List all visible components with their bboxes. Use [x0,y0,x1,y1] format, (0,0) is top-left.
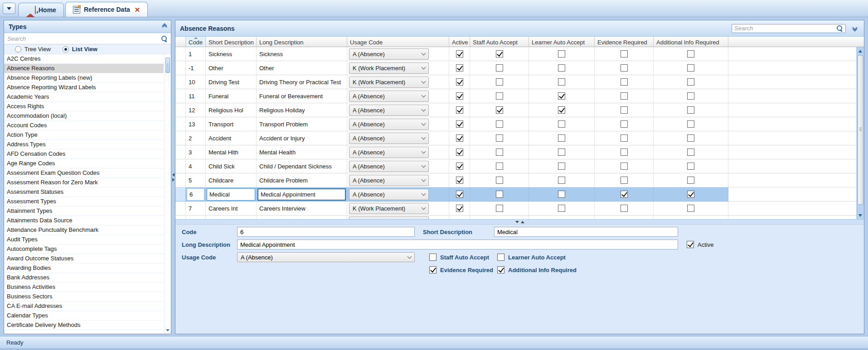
cell-additional[interactable] [654,75,728,89]
list-view-option[interactable]: List View [63,46,97,53]
usage-code-dropdown[interactable]: A (Absence) [349,161,429,172]
types-search-input[interactable] [7,35,161,42]
row-indicator[interactable] [175,61,186,75]
grid-row[interactable]: 13TransportTransport ProblemA (Absence) [175,117,857,131]
evidence-required-checkbox[interactable] [621,205,628,212]
active-checkbox-field[interactable]: Active [687,241,713,248]
panel-splitter-vertical[interactable] [171,20,175,334]
grid-row[interactable]: 12Religious HolReligious HolidayA (Absen… [175,103,857,117]
active-checkbox[interactable] [456,163,463,170]
usage-code-dropdown[interactable]: A (Absence) [237,252,415,262]
cell-active[interactable] [449,75,470,89]
tree-view-radio[interactable] [15,46,21,53]
expand-options-icon[interactable] [853,26,857,31]
types-list-item[interactable]: Audit Types [4,235,164,245]
cell-evidence[interactable] [595,173,654,187]
staff-auto-accept-checkbox[interactable] [496,163,503,170]
cell-learner[interactable] [529,47,595,61]
cell-code[interactable]: 7 [186,201,206,216]
tree-view-option[interactable]: Tree View [15,46,51,53]
cell-evidence[interactable] [595,201,654,216]
evidence-required-checkbox[interactable] [621,163,628,170]
cell-evidence[interactable] [595,145,654,159]
cell-short-description[interactable]: Child Sick [206,159,257,173]
cell-usage-code[interactable]: A (Absence) [347,187,449,201]
types-list-item[interactable]: Academic Years [4,92,164,102]
cell-active[interactable] [449,173,470,187]
additional-info-required-field[interactable]: Additional Info Required [497,266,577,273]
types-list-item[interactable]: Assessment Exam Question Codes [4,168,164,178]
column-header-additional-info-required[interactable]: Additional Info Required [654,37,728,47]
cell-short-description[interactable]: Mental Hlth [206,145,257,159]
active-checkbox[interactable] [456,50,463,58]
staff-auto-accept-checkbox[interactable] [496,205,503,212]
staff-auto-accept-checkbox[interactable] [496,191,503,198]
evidence-required-checkbox[interactable] [621,191,628,198]
usage-code-dropdown[interactable]: A (Absence) [349,147,429,158]
row-indicator[interactable] [175,103,186,117]
types-list-item[interactable]: Attainments Data Source [4,216,164,225]
types-list-item[interactable]: Absence Reporting Labels (new) [4,73,164,83]
learner-auto-accept-checkbox[interactable] [558,149,565,156]
row-indicator[interactable] [175,131,186,145]
active-checkbox[interactable] [456,191,463,198]
cell-short-description[interactable]: Funeral [206,89,257,103]
cell-code[interactable]: 10 [186,75,206,89]
grid-scrollbar[interactable] [857,47,864,219]
cell-additional[interactable] [654,103,728,117]
evidence-required-checkbox[interactable] [429,266,436,273]
grid-row[interactable]: 4Child SickChild / Dependant SicknessA (… [175,159,857,173]
cell-staff[interactable] [470,131,529,145]
cell-additional[interactable] [654,131,728,145]
column-header-code[interactable]: Code [186,37,206,47]
cell-active[interactable] [449,61,470,75]
row-indicator[interactable] [175,159,186,173]
grid-row[interactable]: 1SicknessSicknessA (Absence) [175,47,857,61]
scroll-up-icon[interactable] [858,50,862,53]
cell-active[interactable] [449,159,470,173]
row-indicator[interactable] [175,47,186,61]
grid-row-partial[interactable] [175,216,857,219]
column-header-short-description[interactable]: Short Description [206,37,257,47]
cell-additional[interactable] [654,187,728,201]
cell-code[interactable]: 1 [186,47,206,61]
row-indicator[interactable] [175,173,186,187]
additional-info-required-checkbox[interactable] [687,191,694,198]
usage-code-dropdown[interactable]: K (Work Placement) [349,203,429,214]
active-checkbox[interactable] [456,177,463,184]
scrollbar-thumb[interactable] [858,55,863,205]
splitter-handle-icon[interactable] [172,173,175,182]
cell-usage-code[interactable]: A (Absence) [347,103,449,117]
cell-long-description[interactable]: Sickness [257,47,347,61]
cell-staff[interactable] [470,201,529,216]
cell-active[interactable] [449,89,470,103]
row-indicator[interactable] [175,145,186,159]
staff-auto-accept-checkbox[interactable] [496,149,503,156]
cell-code[interactable]: 2 [186,131,206,145]
cell-active[interactable] [449,103,470,117]
cell-active[interactable] [449,201,470,216]
grid-row[interactable]: 7Careers IntCareers InterviewK (Work Pla… [175,201,857,216]
column-header-long-description[interactable]: Long Description [257,37,347,47]
learner-auto-accept-checkbox[interactable] [558,92,565,100]
types-list-item[interactable]: Autocomplete Tags [4,245,164,254]
cell-code[interactable]: 12 [186,103,206,117]
usage-code-dropdown[interactable]: A (Absence) [349,175,429,186]
staff-auto-accept-checkbox[interactable] [496,92,503,100]
types-list-item[interactable]: Business Activities [4,283,164,292]
cell-long-description[interactable]: Accident or Injury [257,131,347,145]
cell-long-description[interactable]: Other [257,61,347,75]
cell-long-description[interactable]: Medical Appointment [257,187,347,201]
row-indicator[interactable] [175,201,186,216]
search-icon[interactable] [836,25,843,32]
cell-staff[interactable] [470,89,529,103]
evidence-required-checkbox[interactable] [621,134,628,142]
cell-staff[interactable] [470,173,529,187]
staff-auto-accept-checkbox[interactable] [496,120,503,128]
cell-evidence[interactable] [595,61,654,75]
usage-code-dropdown[interactable]: K (Work Placement) [349,77,429,88]
cell-usage-code[interactable]: A (Absence) [347,145,449,159]
row-indicator[interactable] [175,75,186,89]
cell-long-description[interactable]: Funeral or Bereavement [257,89,347,103]
cell-usage-code[interactable]: A (Absence) [347,159,449,173]
